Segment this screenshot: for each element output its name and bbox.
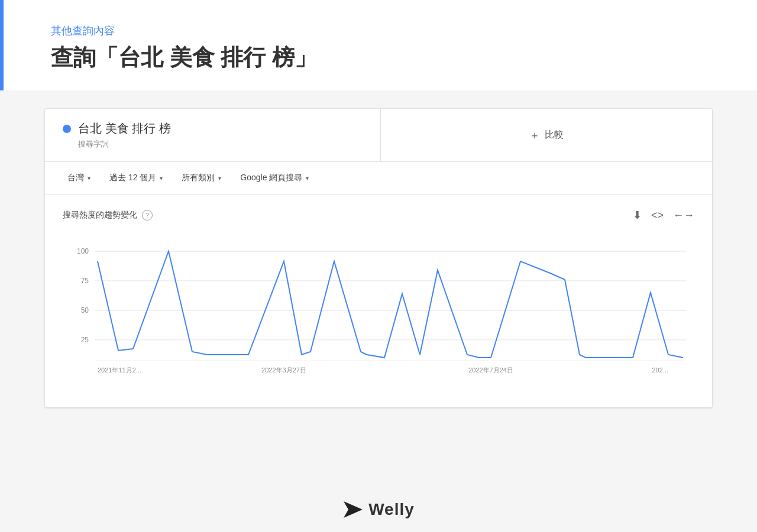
welly-logo: Welly xyxy=(342,499,415,520)
svg-text:25: 25 xyxy=(81,336,89,344)
trend-chart: 100 75 50 25 2021年11月2... 2 xyxy=(63,233,694,390)
chevron-down-icon: ▾ xyxy=(306,175,309,181)
share-icon[interactable]: ←→ xyxy=(673,209,694,222)
svg-marker-13 xyxy=(344,501,363,518)
svg-text:2022年7月24日: 2022年7月24日 xyxy=(468,366,513,374)
filter-period[interactable]: 過去 12 個月 ▾ xyxy=(105,170,167,186)
svg-text:202...: 202... xyxy=(652,366,668,374)
help-icon[interactable]: ? xyxy=(142,210,153,220)
svg-text:100: 100 xyxy=(77,247,89,255)
svg-text:2021年11月2...: 2021年11月2... xyxy=(98,366,141,374)
welly-logo-icon xyxy=(342,499,364,520)
chevron-down-icon: ▾ xyxy=(218,175,221,181)
chevron-down-icon: ▾ xyxy=(160,175,163,181)
plus-icon: ＋ xyxy=(529,128,540,142)
chart-title: 搜尋熱度的趨勢變化 xyxy=(63,210,137,220)
filter-region-label: 台灣 xyxy=(67,173,84,183)
filter-category-label: 所有類別 xyxy=(182,173,215,183)
compare-section[interactable]: ＋ 比較 xyxy=(381,109,712,161)
filter-search-type[interactable]: Google 網頁搜尋 ▾ xyxy=(235,170,313,186)
search-term-row: 台北 美食 排行 榜 搜尋字詞 ＋ 比較 xyxy=(45,109,712,162)
svg-text:2022年3月27日: 2022年3月27日 xyxy=(261,366,306,374)
chevron-down-icon: ▾ xyxy=(88,175,90,181)
filters-row: 台灣 ▾ 過去 12 個月 ▾ 所有類別 ▾ Google 網頁搜尋 ▾ xyxy=(45,162,712,194)
search-term-sublabel: 搜尋字詞 xyxy=(78,139,363,150)
filter-region[interactable]: 台灣 ▾ xyxy=(63,170,95,186)
chart-section: 搜尋熱度的趨勢變化 ? ⬇ <> ←→ xyxy=(45,194,712,407)
chart-actions: ⬇ <> ←→ xyxy=(633,209,694,222)
page-title: 查詢「台北 美食 排行 榜」 xyxy=(51,43,710,73)
download-icon[interactable]: ⬇ xyxy=(633,209,642,222)
chart-header: 搜尋熱度的趨勢變化 ? ⬇ <> ←→ xyxy=(63,209,694,222)
search-term-left: 台北 美食 排行 榜 搜尋字詞 xyxy=(45,109,381,161)
code-icon[interactable]: <> xyxy=(651,209,664,222)
term-indicator-dot xyxy=(63,125,71,133)
brand-name: Welly xyxy=(368,500,415,519)
chart-title-row: 搜尋熱度的趨勢變化 ? xyxy=(63,210,153,220)
main-card: 台北 美食 排行 榜 搜尋字詞 ＋ 比較 台灣 ▾ 過去 12 個月 ▾ 所有類… xyxy=(44,108,713,408)
filter-period-label: 過去 12 個月 xyxy=(109,173,156,183)
page-subtitle: 其他查詢內容 xyxy=(51,24,710,38)
filter-search-type-label: Google 網頁搜尋 xyxy=(240,173,302,183)
search-term-text: 台北 美食 排行 榜 xyxy=(78,121,171,137)
svg-text:75: 75 xyxy=(81,277,89,285)
svg-text:50: 50 xyxy=(81,306,89,314)
filter-category[interactable]: 所有類別 ▾ xyxy=(177,170,226,186)
compare-label: 比較 xyxy=(545,129,564,141)
footer: Welly xyxy=(342,481,415,532)
